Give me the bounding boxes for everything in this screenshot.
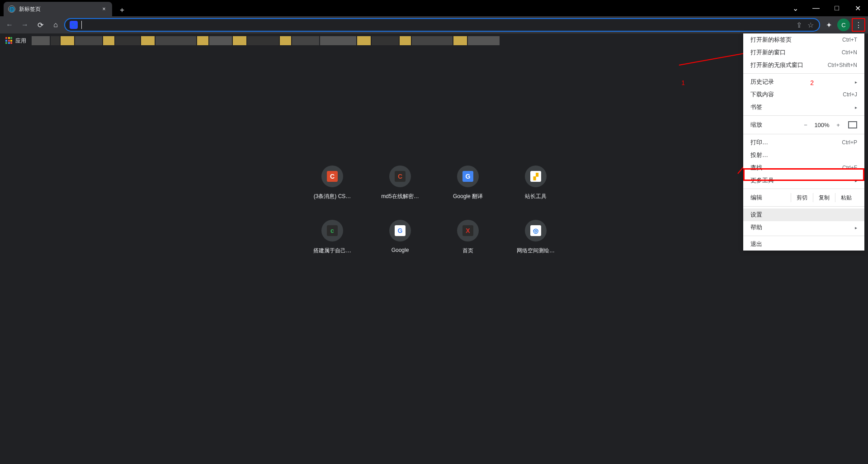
- menu-downloads[interactable]: 下载内容Ctrl+J: [743, 88, 864, 101]
- profile-avatar[interactable]: C: [837, 19, 850, 31]
- back-button[interactable]: ←: [3, 18, 16, 32]
- menu-cast[interactable]: 投射…: [743, 149, 864, 161]
- menu-new-window[interactable]: 打开新的窗口Ctrl+N: [743, 46, 864, 59]
- forward-button[interactable]: →: [18, 18, 32, 32]
- shortcut-icon: c: [327, 225, 338, 236]
- zoom-in-button[interactable]: +: [832, 122, 844, 128]
- shortcut-label: (3条消息) CS…: [314, 193, 351, 200]
- menu-incognito[interactable]: 打开新的无痕式窗口Ctrl+Shift+N: [743, 59, 864, 71]
- shortcut-tile[interactable]: Cmd5在线解密…: [368, 166, 432, 215]
- share-icon[interactable]: ⇪: [795, 21, 803, 29]
- fullscreen-icon[interactable]: [848, 121, 857, 128]
- menu-zoom: 缩放 − 100% +: [743, 118, 864, 132]
- shortcut-tile[interactable]: ◎网络空间测绘…: [504, 220, 567, 270]
- text-cursor: [81, 21, 82, 29]
- edit-copy[interactable]: 复制: [813, 193, 835, 202]
- shortcut-icon: G: [395, 225, 406, 236]
- zoom-out-button[interactable]: −: [799, 122, 812, 128]
- home-button[interactable]: ⌂: [49, 18, 62, 32]
- tab-strip: 🌐 新标签页 × ＋: [0, 0, 785, 16]
- window-dropdown-icon[interactable]: ⌄: [785, 0, 806, 16]
- toolbar: ← → ⟳ ⌂ 🐾 ⇪ ☆ ✦ C ⋮: [0, 16, 868, 33]
- menu-help[interactable]: 帮助: [743, 221, 864, 234]
- shortcut-tile[interactable]: c搭建属于自己…: [301, 220, 364, 270]
- edit-paste[interactable]: 粘贴: [835, 193, 857, 202]
- menu-more-tools[interactable]: 更多工具: [743, 174, 864, 187]
- maximize-button[interactable]: □: [826, 0, 847, 16]
- shortcut-tile[interactable]: ▞站长工具: [504, 166, 567, 215]
- zoom-value: 100%: [812, 122, 832, 128]
- bookmarks-items-blurred: [32, 36, 863, 45]
- shortcut-label: 首页: [462, 247, 473, 255]
- bookmark-star-icon[interactable]: ☆: [807, 21, 815, 29]
- shortcut-tile[interactable]: X首页: [436, 220, 500, 270]
- shortcut-label: 站长工具: [525, 193, 547, 200]
- tab-title: 新标签页: [19, 5, 97, 13]
- shortcut-icon: C: [327, 171, 338, 182]
- extensions-icon[interactable]: ✦: [822, 18, 835, 32]
- more-menu-popup: 打开新的标签页Ctrl+T 打开新的窗口Ctrl+N 打开新的无痕式窗口Ctrl…: [743, 33, 864, 251]
- shortcut-tile[interactable]: C(3条消息) CS…: [301, 166, 364, 215]
- bookmarks-bar: 应用: [0, 33, 868, 48]
- globe-icon: 🌐: [8, 5, 15, 13]
- shortcut-label: Google 翻译: [453, 193, 483, 200]
- shortcut-icon: G: [462, 171, 473, 182]
- apps-grid-icon: [5, 37, 13, 44]
- shortcut-icon: X: [462, 225, 473, 236]
- minimize-button[interactable]: —: [806, 0, 826, 16]
- menu-edit: 编辑 剪切 复制 粘贴: [743, 191, 864, 204]
- title-bar: 🌐 新标签页 × ＋ ⌄ — □ ✕: [0, 0, 868, 16]
- browser-tab[interactable]: 🌐 新标签页 ×: [4, 2, 112, 16]
- shortcut-tile[interactable]: GGoogle 翻译: [436, 166, 500, 215]
- tab-close-icon[interactable]: ×: [100, 5, 108, 13]
- menu-exit[interactable]: 退出: [743, 238, 864, 251]
- close-window-button[interactable]: ✕: [847, 0, 868, 16]
- menu-new-tab[interactable]: 打开新的标签页Ctrl+T: [743, 33, 864, 46]
- address-bar[interactable]: 🐾 ⇪ ☆: [64, 18, 820, 32]
- reload-button[interactable]: ⟳: [33, 18, 47, 32]
- menu-history[interactable]: 历史记录: [743, 76, 864, 88]
- shortcut-label: Google: [392, 247, 409, 253]
- menu-settings[interactable]: 设置: [743, 208, 864, 221]
- more-menu-button[interactable]: ⋮: [852, 18, 865, 32]
- shortcut-tile[interactable]: GGoogle: [368, 220, 432, 270]
- shortcut-icon: ◎: [530, 225, 541, 236]
- shortcut-label: 网络空间测绘…: [517, 247, 555, 255]
- new-tab-button[interactable]: ＋: [116, 4, 128, 16]
- window-controls: ⌄ — □ ✕: [785, 0, 868, 16]
- menu-print[interactable]: 打印…Ctrl+P: [743, 136, 864, 149]
- menu-find[interactable]: 查找…Ctrl+F: [743, 161, 864, 174]
- menu-bookmarks[interactable]: 书签: [743, 101, 864, 114]
- shortcut-icon: C: [395, 171, 406, 182]
- site-icon: 🐾: [70, 21, 78, 29]
- shortcut-label: 搭建属于自己…: [313, 247, 351, 255]
- apps-label: 应用: [15, 37, 26, 45]
- new-tab-page: C(3条消息) CS…Cmd5在线解密…GGoogle 翻译▞站长工具c搭建属于…: [0, 48, 868, 464]
- shortcuts-grid: C(3条消息) CS…Cmd5在线解密…GGoogle 翻译▞站长工具c搭建属于…: [301, 166, 567, 270]
- edit-cut[interactable]: 剪切: [791, 193, 813, 202]
- shortcut-label: md5在线解密…: [381, 193, 419, 200]
- shortcut-icon: ▞: [530, 171, 541, 182]
- apps-button[interactable]: 应用: [5, 37, 26, 45]
